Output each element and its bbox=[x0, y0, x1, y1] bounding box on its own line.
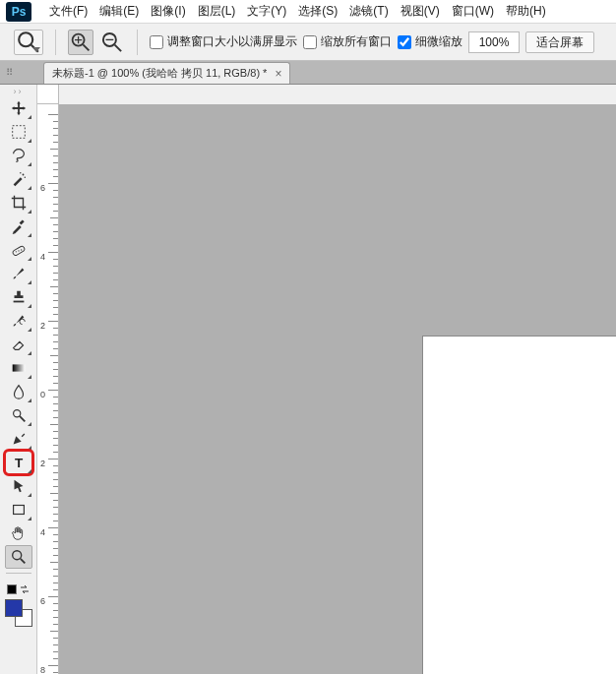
menu-help[interactable]: 帮助(H) bbox=[500, 0, 552, 23]
resize-windows-checkbox[interactable]: 调整窗口大小以满屏显示 bbox=[150, 33, 297, 50]
zoom-tool-icon bbox=[10, 548, 28, 566]
color-swatches[interactable] bbox=[5, 599, 32, 627]
tool-stamp[interactable] bbox=[5, 285, 32, 309]
tool-preset-picker[interactable] bbox=[14, 30, 43, 55]
svg-rect-13 bbox=[19, 219, 24, 224]
history-brush-icon bbox=[10, 312, 28, 330]
tool-wand[interactable] bbox=[5, 167, 32, 191]
menu-view[interactable]: 视图(V) bbox=[395, 0, 446, 23]
dodge-icon bbox=[10, 406, 28, 424]
ruler-tick-label: 4 bbox=[40, 527, 45, 537]
tool-eyedropper[interactable] bbox=[5, 214, 32, 238]
menubar: Ps 文件(F) 编辑(E) 图像(I) 图层(L) 文字(Y) 选择(S) 滤… bbox=[0, 0, 616, 24]
menu-edit[interactable]: 编辑(E) bbox=[93, 0, 145, 23]
separator bbox=[6, 573, 31, 574]
default-colors-icon[interactable] bbox=[7, 584, 17, 594]
eraser-icon bbox=[10, 336, 28, 353]
resize-windows-label: 调整窗口大小以满屏显示 bbox=[167, 33, 297, 50]
canvas-column: 14121086420246 64202468 bbox=[37, 85, 616, 674]
tool-brush[interactable] bbox=[5, 262, 32, 285]
tool-move[interactable] bbox=[5, 96, 32, 120]
stamp-icon bbox=[10, 288, 28, 306]
tool-pen[interactable] bbox=[5, 427, 32, 451]
work-area: ›› T 1412108642024 bbox=[0, 85, 616, 674]
ruler-tick-label: 4 bbox=[40, 252, 45, 262]
svg-point-15 bbox=[15, 251, 16, 252]
zoom-in-icon bbox=[69, 31, 92, 54]
vertical-ruler[interactable]: 64202468 bbox=[37, 104, 59, 674]
zoom-level-field[interactable]: 100% bbox=[468, 31, 520, 53]
hand-icon bbox=[10, 524, 28, 542]
swap-colors-icon[interactable] bbox=[19, 583, 31, 595]
svg-line-8 bbox=[115, 44, 122, 51]
tool-hand[interactable] bbox=[5, 521, 32, 545]
zoom-all-label: 缩放所有窗口 bbox=[321, 33, 392, 50]
tool-history-brush[interactable] bbox=[5, 309, 32, 333]
document-tab[interactable]: 未标题-1 @ 100% (我哈哈 拷贝 11, RGB/8) * × bbox=[43, 62, 290, 84]
tool-path-select[interactable] bbox=[5, 474, 32, 498]
fit-screen-button[interactable]: 适合屏幕 bbox=[525, 31, 594, 53]
tab-grip-icon[interactable]: ⠿ bbox=[6, 67, 13, 78]
marquee-icon bbox=[10, 123, 28, 141]
foreground-swatch[interactable] bbox=[5, 599, 23, 617]
tool-dodge[interactable] bbox=[5, 403, 32, 427]
tool-type[interactable]: T bbox=[5, 451, 32, 474]
path-select-icon bbox=[10, 477, 28, 495]
zoom-all-checkbox[interactable]: 缩放所有窗口 bbox=[303, 33, 392, 50]
zoom-out-icon bbox=[99, 30, 125, 55]
toolbox-grip-icon[interactable]: ›› bbox=[14, 87, 24, 96]
lasso-icon bbox=[10, 147, 28, 164]
options-bar: 调整窗口大小以满屏显示 缩放所有窗口 细微缩放 100% 适合屏幕 bbox=[0, 24, 616, 61]
tool-marquee[interactable] bbox=[5, 120, 32, 144]
menu-select[interactable]: 选择(S) bbox=[292, 0, 343, 23]
tool-zoom[interactable] bbox=[5, 545, 32, 569]
svg-rect-9 bbox=[12, 126, 25, 139]
menu-file[interactable]: 文件(F) bbox=[43, 0, 93, 23]
crop-icon bbox=[10, 194, 28, 212]
tool-eraser[interactable] bbox=[5, 333, 32, 356]
svg-point-17 bbox=[21, 249, 22, 250]
scrubby-zoom-input[interactable] bbox=[398, 35, 411, 49]
tool-blur[interactable] bbox=[5, 380, 32, 403]
separator bbox=[137, 30, 138, 55]
zoom-out-button[interactable] bbox=[99, 30, 125, 55]
svg-line-25 bbox=[20, 559, 25, 564]
brush-icon bbox=[10, 265, 28, 282]
menu-image[interactable]: 图像(I) bbox=[145, 0, 191, 23]
blur-icon bbox=[10, 383, 28, 400]
tool-lasso[interactable] bbox=[5, 144, 32, 167]
tool-rectangle[interactable] bbox=[5, 498, 32, 521]
ruler-tick-label: 6 bbox=[40, 596, 45, 606]
zoom-in-button[interactable] bbox=[68, 30, 93, 55]
scrubby-zoom-label: 细微缩放 bbox=[415, 33, 462, 50]
close-icon[interactable]: × bbox=[275, 67, 281, 81]
document-tab-title: 未标题-1 @ 100% (我哈哈 拷贝 11, RGB/8) * bbox=[52, 66, 267, 81]
move-icon bbox=[10, 99, 28, 117]
document-tabs: ⠿ 未标题-1 @ 100% (我哈哈 拷贝 11, RGB/8) * × bbox=[0, 61, 616, 85]
svg-point-20 bbox=[13, 410, 20, 417]
artboard bbox=[423, 337, 616, 674]
type-icon: T bbox=[10, 454, 28, 471]
ruler-corner bbox=[37, 85, 59, 104]
svg-rect-18 bbox=[13, 301, 24, 303]
rectangle-icon bbox=[10, 501, 28, 519]
menu-layer[interactable]: 图层(L) bbox=[192, 0, 242, 23]
svg-rect-19 bbox=[12, 364, 25, 371]
menu-type[interactable]: 文字(Y) bbox=[241, 0, 292, 23]
svg-line-1 bbox=[31, 44, 38, 51]
separator bbox=[55, 30, 56, 55]
tool-crop[interactable] bbox=[5, 191, 32, 214]
menu-window[interactable]: 窗口(W) bbox=[446, 0, 500, 23]
resize-windows-input[interactable] bbox=[150, 35, 163, 49]
tool-gradient[interactable] bbox=[5, 356, 32, 380]
eyedropper-icon bbox=[10, 217, 28, 235]
svg-line-21 bbox=[19, 416, 24, 421]
menu-filter[interactable]: 滤镜(T) bbox=[343, 0, 394, 23]
zoom-all-input[interactable] bbox=[303, 35, 317, 49]
canvas-area[interactable] bbox=[59, 104, 616, 674]
tool-healing[interactable] bbox=[5, 238, 32, 262]
default-swap-swatches[interactable] bbox=[7, 583, 31, 595]
scrubby-zoom-checkbox[interactable]: 细微缩放 bbox=[398, 33, 462, 50]
svg-point-10 bbox=[22, 174, 24, 176]
svg-point-11 bbox=[24, 176, 25, 177]
